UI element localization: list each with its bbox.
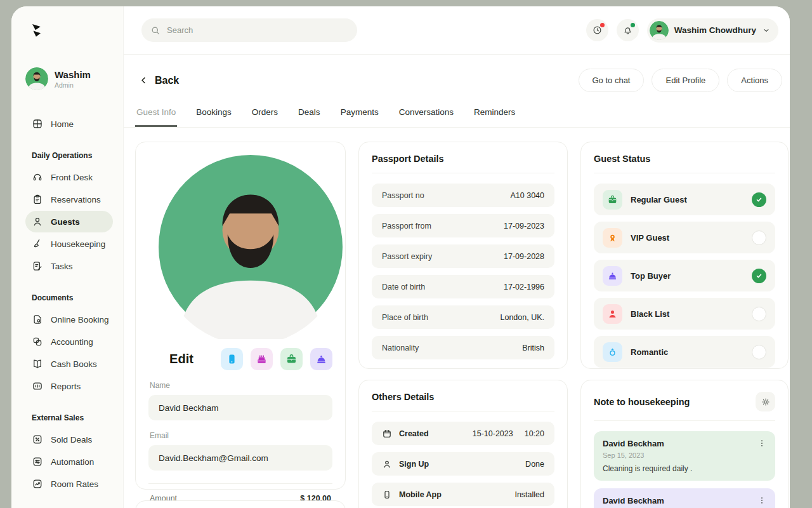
notes-settings-button[interactable] [756, 392, 775, 411]
guest-badges [221, 348, 332, 370]
sidebar-item-label: Room Rates [51, 479, 98, 489]
name-label: Name [150, 381, 331, 390]
passport-row: Passort expiry17-09-2028 [372, 244, 554, 268]
card-title: Note to housekeeping [594, 397, 690, 407]
back-label: Back [155, 75, 179, 86]
calendar-icon [382, 429, 392, 439]
edit-photo-button[interactable]: Edit [159, 352, 204, 366]
tab-orders[interactable]: Orders [251, 107, 279, 127]
passport-row: NationalityBritish [372, 336, 554, 359]
clipboard-icon [32, 194, 43, 205]
status-row-vip-guest: VIP Guest [594, 222, 775, 253]
card-title: Passport Details [372, 154, 554, 164]
sidebar-item-reports[interactable]: Reports [25, 375, 113, 397]
notification-dot [631, 23, 635, 27]
guest-email-input[interactable] [148, 445, 332, 471]
note-menu-button[interactable] [757, 439, 766, 449]
status-toggle[interactable] [752, 307, 766, 321]
tab-bookings[interactable]: Bookings [195, 107, 233, 127]
headset-icon [32, 171, 43, 183]
phone-icon [382, 490, 392, 500]
topbar: Washim Chowdhury [124, 6, 790, 55]
tab-payments[interactable]: Payments [339, 107, 380, 127]
tab-guest-info[interactable]: Guest Info [135, 107, 177, 127]
briefcase-icon [603, 190, 622, 210]
broom-icon [32, 238, 43, 250]
app-window: Washim Admin Home Daily Operations Front… [11, 6, 790, 508]
sidebar-item-sold-deals[interactable]: Sold Deals [25, 429, 113, 450]
next-card-partial [135, 500, 346, 508]
tab-bar: Guest Info Bookings Orders Deals Payment… [124, 92, 790, 128]
note-menu-button[interactable] [757, 496, 766, 506]
sidebar-item-automation[interactable]: Automation [25, 451, 113, 472]
sidebar-item-tasks[interactable]: Tasks [25, 255, 113, 277]
sidebar-item-home[interactable]: Home [25, 113, 113, 135]
passport-row: Date of birth17-02-1996 [372, 275, 554, 298]
person-icon [603, 304, 622, 324]
status-row-black-list: Black List [594, 298, 775, 330]
sidebar-item-guests[interactable]: Guests [25, 211, 113, 232]
search-bar[interactable] [141, 18, 357, 42]
briefcase-badge-icon[interactable] [280, 348, 303, 370]
sidebar-item-label: Home [51, 119, 74, 129]
passport-details-card: Passport Details Passport noA10 3040 Pas… [358, 142, 568, 369]
desktop-background: Washim Admin Home Daily Operations Front… [0, 0, 812, 508]
guest-avatar [159, 330, 343, 341]
others-row: Created 15-10-202310:20 [372, 422, 554, 445]
sidebar-item-room-rates[interactable]: Room Rates [25, 473, 113, 495]
sidebar-item-label: Accounting [51, 337, 93, 347]
chevron-left-icon [139, 76, 148, 85]
guest-name-input[interactable] [148, 395, 332, 420]
sidebar-profile[interactable]: Washim Admin [25, 67, 123, 90]
sidebar-item-cash-books[interactable]: Cash Books [25, 353, 113, 375]
status-toggle[interactable] [752, 231, 766, 245]
sidebar-nav: Home Daily Operations Front Desk Reserva… [25, 113, 123, 508]
status-row-regular-guest: Regular Guest [594, 184, 775, 215]
sidebar-item-reservations[interactable]: Reservations [25, 189, 113, 210]
sidebar-item-front-desk[interactable]: Front Desk [25, 166, 113, 188]
avatar [650, 21, 669, 40]
sidebar-item-label: Front Desk [51, 173, 93, 182]
sidebar-section-title: Documents [25, 293, 123, 302]
ring-icon [603, 342, 622, 362]
tab-reminders[interactable]: Reminders [473, 107, 516, 127]
sidebar-item-online-booking[interactable]: Online Booking [25, 309, 113, 330]
content-area: Edit [124, 128, 790, 508]
sidebar-section-title: Daily Operations [25, 151, 123, 160]
sidebar-item-label: Housekeeping [51, 239, 105, 249]
medal-icon [603, 228, 622, 248]
avatar [25, 67, 48, 90]
tab-conversations[interactable]: Conversations [398, 107, 455, 127]
report-chart-icon [32, 380, 43, 392]
search-input[interactable] [167, 25, 348, 35]
sidebar-item-label: Reservations [51, 195, 101, 204]
notifications-button[interactable] [617, 19, 639, 41]
person-icon [382, 459, 392, 469]
mobile-badge-icon[interactable] [221, 348, 243, 370]
go-to-chat-button[interactable]: Go to chat [579, 69, 645, 92]
sidebar-item-accounting[interactable]: Accounting [25, 331, 113, 352]
back-button[interactable]: Back [139, 75, 179, 86]
sidebar-item-label: Reports [51, 382, 81, 391]
chevron-down-icon [762, 26, 771, 35]
status-toggle[interactable] [752, 345, 766, 359]
page-header: Back Go to chat Edit Profile Actions [124, 55, 790, 92]
tab-deals[interactable]: Deals [297, 107, 322, 127]
sidebar-item-housekeeping[interactable]: Housekeeping [25, 233, 113, 255]
profile-role: Admin [55, 81, 91, 89]
edit-profile-button[interactable]: Edit Profile [652, 69, 719, 92]
activity-button[interactable] [586, 19, 608, 41]
sidebar-item-label: Online Booking [51, 315, 109, 324]
app-logo-icon[interactable] [27, 22, 46, 41]
card-title: Guest Status [594, 154, 775, 164]
user-menu[interactable]: Washim Chowdhury [647, 18, 778, 43]
actions-button[interactable]: Actions [727, 69, 782, 92]
service-bell-badge-icon[interactable] [310, 348, 332, 370]
notification-dot [600, 23, 605, 27]
status-toggle[interactable] [752, 269, 766, 283]
sidebar-item-label: Automation [51, 457, 94, 467]
service-bell-icon [603, 266, 622, 286]
birthday-cake-badge-icon[interactable] [251, 348, 273, 370]
status-toggle[interactable] [752, 192, 766, 207]
ledger-icon [32, 336, 43, 347]
